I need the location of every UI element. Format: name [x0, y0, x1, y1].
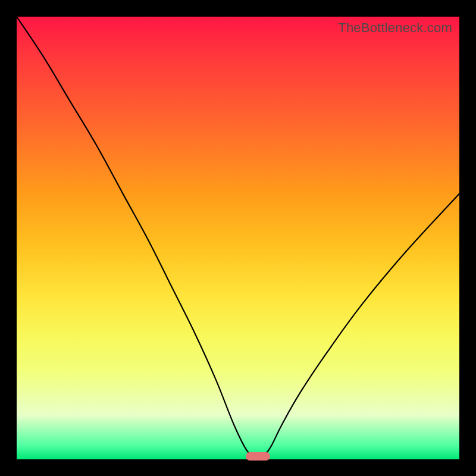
bottleneck-curve: [17, 17, 459, 459]
chart-frame: TheBottleneck.com: [0, 0, 476, 476]
optimal-marker: [246, 452, 270, 461]
plot-area: TheBottleneck.com: [17, 17, 459, 459]
